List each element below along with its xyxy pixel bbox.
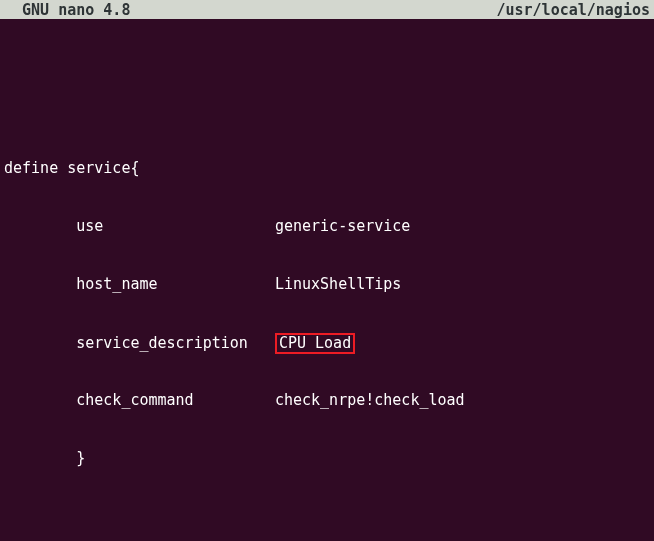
config-line: use generic-service [4, 217, 650, 236]
editor-area[interactable]: define service{ use generic-service host… [0, 19, 654, 541]
file-path: /usr/local/nagios [496, 1, 650, 18]
config-line: define service{ [4, 159, 650, 178]
titlebar: GNU nano 4.8 /usr/local/nagios [0, 0, 654, 19]
app-name: GNU nano 4.8 [4, 1, 130, 18]
blank-line [4, 62, 650, 81]
blank-line [4, 507, 650, 526]
config-line: } [4, 449, 650, 468]
config-line: host_name LinuxShellTips [4, 275, 650, 294]
config-line: check_command check_nrpe!check_load [4, 391, 650, 410]
config-line: service_description CPU Load [4, 333, 650, 352]
highlight-annotation: CPU Load [275, 333, 355, 354]
